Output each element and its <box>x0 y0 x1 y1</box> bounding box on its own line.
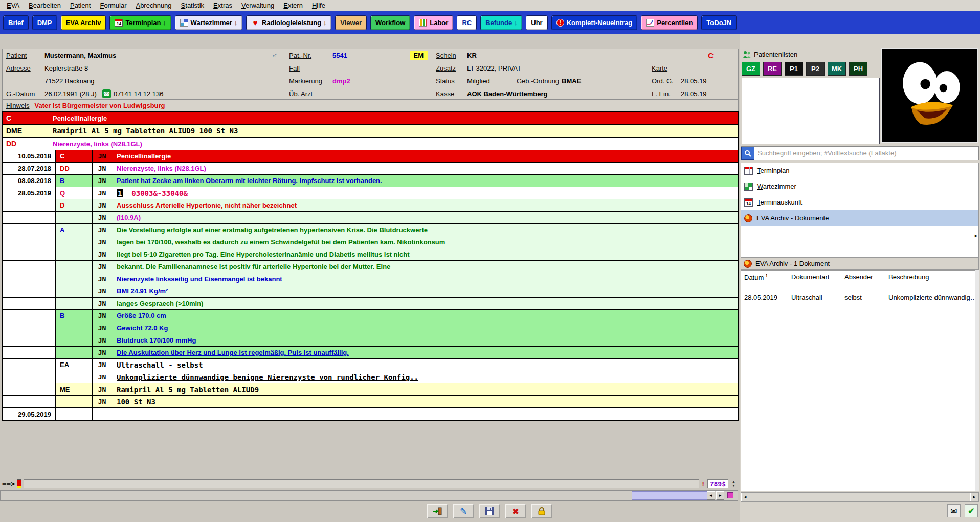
toolbar-button-labor[interactable]: Labor <box>414 15 453 30</box>
toolbar-button-dmp[interactable]: DMP <box>32 15 57 30</box>
scrollbar-thumb[interactable] <box>632 491 714 500</box>
toolbar-button-terminplan[interactable]: 14Terminplan ↓ <box>109 15 171 30</box>
save-button[interactable] <box>479 504 500 518</box>
toolbar-button-percentilen[interactable]: Percentilen <box>641 15 698 30</box>
menu-item-formular[interactable]: Formular <box>95 1 131 10</box>
status-label[interactable]: Status <box>436 77 464 85</box>
schein-label[interactable]: Schein <box>436 52 464 59</box>
toolbar-button-befunde[interactable]: Befunde ↓ <box>480 15 522 30</box>
journal-row[interactable]: JN(I10.9A) <box>3 212 738 224</box>
document-row[interactable]: 28.05.2019UltraschallselbstUnkompliziert… <box>741 291 978 304</box>
patient-list-button-gz[interactable]: GZ <box>742 62 760 76</box>
kasse-label[interactable]: Kasse <box>436 90 464 98</box>
menu-item-abrechnung[interactable]: Abrechnung <box>131 1 176 10</box>
status-scroll-arrows[interactable]: ▲▼ <box>730 480 737 488</box>
patient-list-button-ph[interactable]: PH <box>849 62 867 76</box>
toolbar-button-wartezimmer[interactable]: Wartezimmer ↓ <box>175 15 242 30</box>
toolbar-button-brief[interactable]: Brief <box>3 15 29 30</box>
toolbar-button-workflow[interactable]: Workflow <box>370 15 410 30</box>
menu-item-eva[interactable]: EVA <box>2 1 24 10</box>
journal-row[interactable]: JNDie Auskultation über Herz und Lunge i… <box>3 347 738 359</box>
toolbar-button-komplett-neueintrag[interactable]: !Komplett-Neueintrag <box>551 15 638 30</box>
confirm-icon[interactable]: ✔ <box>965 504 978 517</box>
nav-item-eva-archiv-dokumente[interactable]: EVA Archiv - Dokumente <box>741 210 978 226</box>
toolbar-button-rc[interactable]: RC <box>457 15 477 30</box>
menu-item-statistik[interactable]: Statistik <box>176 1 209 10</box>
nav-item-wartezimmer[interactable]: Wartezimmer <box>741 178 978 194</box>
journal-row[interactable]: JNUnkomplizierte dünnwandige benigne Nie… <box>3 371 738 383</box>
menu-item-extras[interactable]: Extras <box>209 1 237 10</box>
karte-label[interactable]: Karte <box>652 64 678 72</box>
journal-row[interactable]: JNGewicht 72.0 Kg <box>3 322 738 334</box>
menu-item-hilfe[interactable]: Hilfe <box>307 1 330 10</box>
menu-item-extern[interactable]: Extern <box>279 1 307 10</box>
journal-row[interactable]: EAJNUltraschall - selbst <box>3 359 738 371</box>
patient-list-button-re[interactable]: RE <box>763 62 782 76</box>
command-input-field[interactable] <box>24 479 699 488</box>
journal-row[interactable]: JNNierenzyste linksseitig und Eisenmange… <box>3 273 738 285</box>
journal-row[interactable]: JNBlutdruck 170/100 mmHg <box>3 334 738 347</box>
toolbar-button-uhr[interactable]: Uhr <box>526 15 547 30</box>
menu-item-verwaltung[interactable]: Verwaltung <box>237 1 279 10</box>
zusatz-label[interactable]: Zusatz <box>436 64 464 72</box>
patient-list-button-p2[interactable]: P2 <box>806 62 825 76</box>
geb-ordnung-label[interactable]: Geb.-Ordnung <box>517 77 559 85</box>
journal-horizontal-scrollbar[interactable]: ◄ ► <box>0 490 738 501</box>
patient-list-box[interactable] <box>742 78 880 144</box>
documents-vertical-scrollbar[interactable] <box>975 270 979 491</box>
fall-label[interactable]: Fall <box>289 64 330 72</box>
document-column-header-absender[interactable]: Absender <box>841 271 885 291</box>
journal-row[interactable]: JNbekannt. Die Familienanamnese ist posi… <box>3 261 738 273</box>
journal-row[interactable]: JNliegt bei 5-10 Zigaretten pro Tag. Ein… <box>3 248 738 261</box>
scroll-left-icon[interactable]: ◄ <box>707 491 715 500</box>
scroll-right-icon[interactable]: ► <box>716 491 724 500</box>
journal-row[interactable]: AJNDie Vorstellung erfolgte auf einer er… <box>3 224 738 236</box>
ord-g-label[interactable]: Ord. G. <box>652 77 678 85</box>
patient-list-button-p1[interactable]: P1 <box>785 62 803 76</box>
doc-scroll-right-icon[interactable]: ► <box>970 493 978 501</box>
gdatum-label[interactable]: G.-Datum <box>6 90 42 98</box>
command-prompt[interactable]: ==> <box>2 480 15 488</box>
toolbar-button-viewer[interactable]: Viewer <box>335 15 367 30</box>
nav-item-terminplan[interactable]: Terminplan <box>741 163 978 178</box>
patient-list-button-mk[interactable]: MK <box>828 62 846 76</box>
journal-row[interactable]: JN100 St N3 <box>3 396 738 408</box>
search-icon[interactable] <box>741 147 754 160</box>
document-column-header-datum[interactable]: Datum1 <box>741 271 788 291</box>
journal-row[interactable]: 28.05.2019QJN1 03003&-33040& <box>3 187 738 199</box>
delete-button[interactable]: ✖ <box>505 504 526 518</box>
lock-button[interactable] <box>531 504 552 518</box>
markierung-label[interactable]: Markierung <box>289 77 330 85</box>
l-ein-label[interactable]: L. Ein. <box>652 90 678 98</box>
journal-row[interactable]: 29.05.2019 <box>3 408 738 420</box>
journal-row[interactable]: DJNAusschluss Arterielle Hypertonie, nic… <box>3 199 738 212</box>
hinweis-label[interactable]: Hinweis <box>6 102 30 109</box>
ueb-arzt-label[interactable]: Üb. Arzt <box>289 90 330 98</box>
fixed-row-dme[interactable]: DMERamipril Al 5 mg Tabletten ALIUD9 100… <box>2 125 739 138</box>
journal-row[interactable]: 10.05.2018CJNPenicellinallergie <box>3 150 738 163</box>
toolbar-button-radiologieleistung[interactable]: ♥Radiologieleistung ↓ <box>246 15 331 30</box>
journal-row[interactable]: JNlagen bei 170/100, weshalb es dadurch … <box>3 236 738 248</box>
adresse-label[interactable]: Adresse <box>6 64 42 72</box>
document-column-header-dokumentart[interactable]: Dokumentart <box>788 271 841 291</box>
patnr-label[interactable]: Pat.-Nr. <box>289 52 330 59</box>
journal-row[interactable]: JNlanges Gespraech (>10min) <box>3 298 738 310</box>
fixed-row-dd[interactable]: DDNierenzyste, links (N28.1GL) <box>2 138 739 150</box>
exit-button[interactable] <box>427 504 448 518</box>
journal-row[interactable]: 08.08.2018BJNPatient hat Zecke am linken… <box>3 175 738 187</box>
menu-item-bearbeiten[interactable]: Bearbeiten <box>24 1 65 10</box>
expand-arrow-icon[interactable]: ► <box>974 233 978 238</box>
toolbar-button-eva-archiv[interactable]: EVA Archiv <box>61 15 106 30</box>
magenta-marker-icon[interactable] <box>727 492 733 498</box>
fixed-row-c[interactable]: CPenicellinallergie <box>2 112 739 125</box>
menu-item-patient[interactable]: Patient <box>65 1 95 10</box>
document-column-header-beschreibung[interactable]: Beschreibung <box>885 271 978 291</box>
mail-icon[interactable]: ✉ <box>947 504 961 517</box>
patient-label[interactable]: Patient <box>6 52 42 59</box>
search-input[interactable] <box>754 147 978 160</box>
doc-scroll-left-icon[interactable]: ◄ <box>741 493 749 501</box>
toolbar-button-todojn[interactable]: ToDoJN <box>701 15 737 30</box>
journal-row[interactable]: JNBMI 24.91 Kg/m² <box>3 285 738 298</box>
edit-document-button[interactable]: ✎ <box>453 504 474 518</box>
journal-row[interactable]: BJNGröße 170.0 cm <box>3 310 738 322</box>
